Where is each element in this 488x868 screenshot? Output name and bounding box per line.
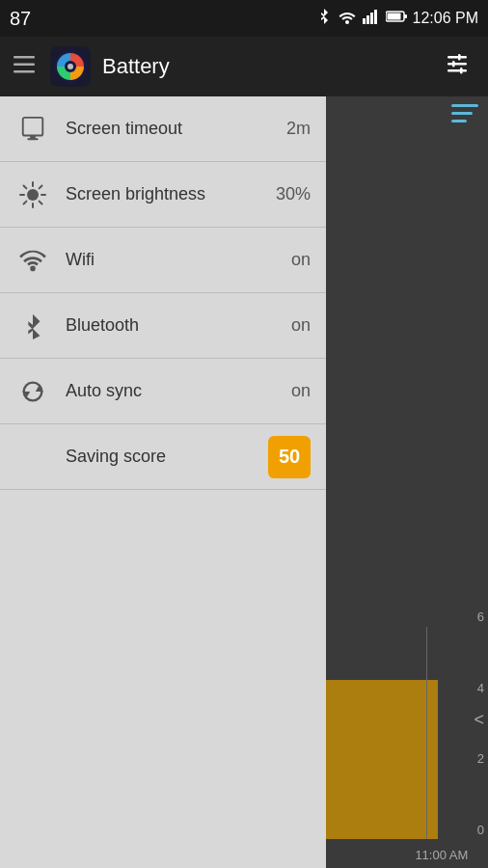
svg-rect-17	[452, 61, 455, 68]
battery-status-icon	[386, 10, 407, 27]
main-content: Screen timeout 2m	[0, 96, 488, 868]
saving-score-item[interactable]: Saving score 50	[0, 424, 326, 490]
saving-score-badge: 50	[268, 436, 311, 478]
menu-line-2	[451, 112, 473, 115]
svg-rect-15	[447, 69, 467, 72]
svg-point-12	[68, 64, 73, 69]
auto-sync-value: on	[291, 381, 311, 401]
wifi-value: on	[291, 250, 311, 270]
bluetooth-value: on	[291, 315, 311, 336]
chart-vertical-line	[426, 627, 427, 839]
svg-line-29	[40, 185, 42, 188]
auto-sync-item[interactable]: Auto sync on	[0, 359, 326, 424]
svg-rect-14	[447, 63, 467, 66]
screen-timeout-icon	[15, 116, 50, 143]
signal-strength: 87	[10, 8, 31, 30]
svg-rect-19	[23, 117, 43, 135]
chart-y-label-4: 4	[477, 681, 484, 695]
svg-rect-1	[366, 15, 369, 24]
auto-sync-icon	[15, 378, 50, 405]
settings-list: Screen timeout 2m	[0, 96, 326, 490]
auto-sync-label: Auto sync	[50, 381, 291, 401]
screen-timeout-label: Screen timeout	[50, 119, 286, 139]
status-time: 12:06 PM	[413, 10, 478, 27]
header-bar: Battery	[0, 37, 488, 96]
bluetooth-icon	[15, 312, 50, 339]
screen-brightness-label: Screen brightness	[50, 184, 276, 204]
status-bar: 87	[0, 0, 488, 37]
menu-line-1	[451, 104, 478, 107]
wifi-icon	[15, 247, 50, 274]
chart-menu-icon[interactable]	[451, 104, 478, 122]
svg-rect-3	[374, 10, 377, 24]
wifi-item[interactable]: Wifi on	[0, 228, 326, 293]
bluetooth-item[interactable]: Bluetooth on	[0, 293, 326, 359]
svg-rect-2	[370, 13, 373, 24]
bluetooth-label: Bluetooth	[50, 315, 291, 336]
chart-x-label: 11:00 AM	[415, 848, 468, 862]
screen-timeout-item[interactable]: Screen timeout 2m	[0, 96, 326, 162]
svg-rect-6	[404, 14, 407, 18]
screen-timeout-value: 2m	[286, 119, 311, 139]
app-logo	[50, 46, 91, 87]
settings-sliders-icon[interactable]	[436, 46, 478, 87]
saving-score-value: 50	[279, 446, 300, 468]
svg-rect-16	[458, 54, 461, 61]
hamburger-menu-icon[interactable]	[10, 52, 39, 82]
chart-y-label-0: 0	[477, 823, 484, 837]
svg-line-27	[24, 185, 27, 188]
wifi-status-icon	[338, 9, 357, 28]
screen-brightness-icon	[15, 181, 50, 208]
chart-expand-icon[interactable]: <	[474, 710, 484, 730]
page-title: Battery	[102, 54, 424, 79]
chart-y-label-2: 2	[477, 751, 484, 766]
chart-area: 0 2 4 6 < 11:00 AM	[326, 598, 488, 868]
saving-score-label: Saving score	[50, 447, 268, 467]
chart-bar	[326, 680, 438, 839]
status-icons: 12:06 PM	[316, 8, 478, 29]
svg-rect-21	[27, 138, 38, 140]
chart-arrow-label: <	[474, 710, 484, 729]
menu-line-3	[451, 120, 467, 122]
screen-brightness-value: 30%	[276, 184, 311, 204]
wifi-label: Wifi	[50, 250, 291, 270]
bluetooth-status-icon	[316, 8, 332, 29]
left-panel: Screen timeout 2m	[0, 96, 326, 868]
svg-rect-13	[447, 56, 467, 59]
svg-line-30	[24, 201, 27, 203]
signal-bars-icon	[363, 9, 380, 28]
svg-rect-7	[14, 56, 35, 59]
svg-rect-9	[14, 70, 35, 73]
right-panel: 0 2 4 6 < 11:00 AM	[326, 96, 488, 868]
svg-rect-0	[363, 18, 366, 24]
chart-bar-container	[326, 627, 459, 839]
svg-rect-18	[460, 68, 463, 74]
chart-y-label-6: 6	[477, 610, 484, 624]
svg-line-28	[40, 201, 42, 203]
screen-brightness-item[interactable]: Screen brightness 30%	[0, 162, 326, 228]
svg-rect-8	[14, 63, 35, 66]
svg-point-22	[27, 189, 39, 201]
svg-rect-5	[387, 14, 400, 20]
